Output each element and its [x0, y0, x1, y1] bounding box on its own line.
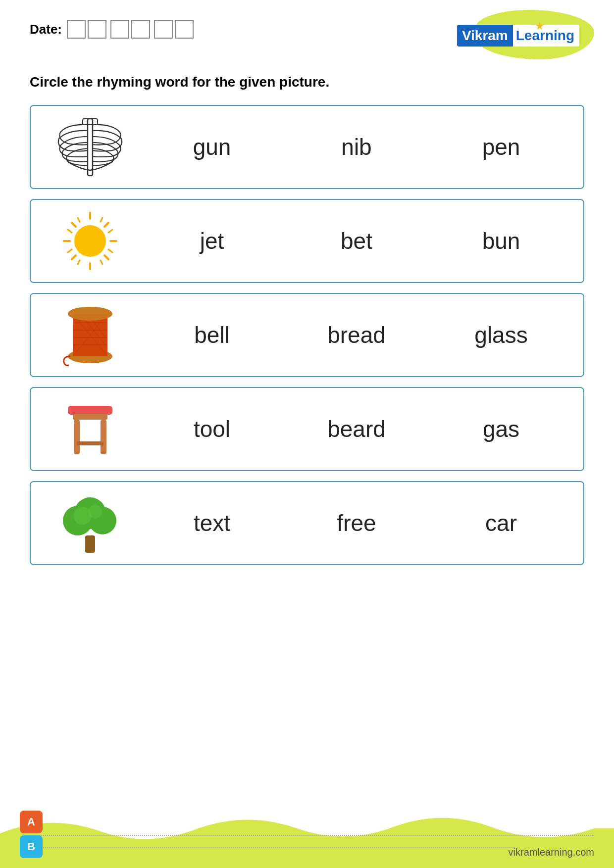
- svg-rect-36: [85, 535, 95, 553]
- footer-logos: A B: [20, 811, 43, 858]
- word-bell: bell: [167, 322, 256, 348]
- words-cell-tree: text free car: [140, 510, 573, 536]
- rhyme-row-ribs: gun nib pen: [30, 105, 584, 189]
- word-pen: pen: [457, 134, 546, 160]
- svg-line-13: [108, 249, 112, 252]
- instruction-text: Circle the rhyming word for the given pi…: [30, 74, 584, 90]
- svg-line-14: [78, 218, 80, 222]
- svg-point-41: [88, 505, 102, 519]
- words-cell-sun: jet bet bun: [140, 228, 573, 254]
- logo: VikramLearning: [457, 25, 579, 47]
- date-label: Date:: [30, 22, 62, 37]
- logo-container: ★ VikramLearning: [475, 20, 584, 59]
- word-beard: beard: [312, 416, 401, 442]
- svg-line-10: [68, 230, 72, 233]
- words-cell-spool: bell bread glass: [140, 322, 573, 348]
- word-nib: nib: [312, 134, 401, 160]
- header: Date: ★ VikramLearning: [30, 20, 584, 59]
- ribs-image: [51, 115, 130, 179]
- date-section: Date:: [30, 20, 194, 39]
- word-bet: bet: [312, 228, 401, 254]
- date-box-6[interactable]: [175, 20, 194, 39]
- word-bun: bun: [457, 228, 546, 254]
- image-cell-tree: [41, 491, 140, 555]
- footer-url: vikramlearning.com: [509, 847, 594, 858]
- image-cell-ribs: [41, 115, 140, 179]
- word-free: free: [312, 510, 401, 536]
- star-icon: ★: [535, 20, 545, 33]
- svg-line-7: [104, 255, 108, 259]
- svg-point-30: [68, 307, 112, 321]
- svg-rect-33: [74, 420, 80, 454]
- dotted-line-1: [40, 835, 594, 836]
- svg-line-6: [72, 223, 76, 227]
- svg-line-15: [101, 218, 102, 222]
- image-cell-spool: [41, 303, 140, 367]
- logo-vikram: Vikram: [457, 25, 513, 47]
- svg-point-18: [74, 225, 106, 257]
- image-cell-sun: [41, 209, 140, 273]
- svg-rect-32: [73, 414, 107, 420]
- word-bread: bread: [312, 322, 401, 348]
- word-text: text: [167, 510, 256, 536]
- svg-rect-0: [88, 119, 93, 176]
- word-gas: gas: [457, 416, 546, 442]
- page: Date: ★ VikramLearning: [0, 0, 614, 868]
- date-box-5[interactable]: [154, 20, 173, 39]
- svg-line-9: [72, 255, 76, 259]
- svg-rect-34: [101, 420, 106, 454]
- svg-line-8: [104, 223, 108, 227]
- svg-line-16: [78, 260, 80, 264]
- svg-line-17: [101, 260, 102, 264]
- svg-rect-31: [68, 406, 112, 415]
- svg-line-12: [68, 249, 72, 252]
- spool-image: [51, 303, 130, 367]
- abc-block-a: A: [20, 811, 43, 833]
- date-box-1[interactable]: [67, 20, 86, 39]
- word-gun: gun: [167, 134, 256, 160]
- abc-block-b: B: [20, 835, 43, 858]
- stool-image: [51, 397, 130, 461]
- word-tool: tool: [167, 416, 256, 442]
- sun-image: [51, 209, 130, 273]
- word-glass: glass: [457, 322, 546, 348]
- date-box-3[interactable]: [110, 20, 129, 39]
- footer-wave-svg: [0, 804, 614, 868]
- tree-image: [51, 491, 130, 555]
- svg-line-11: [108, 230, 112, 233]
- date-box-group-1: [67, 20, 106, 39]
- rhyme-row-stool: tool beard gas: [30, 387, 584, 471]
- date-boxes: [67, 20, 194, 39]
- logo-learning: Learning: [513, 25, 579, 47]
- rhyme-row-spool: bell bread glass: [30, 293, 584, 377]
- image-cell-stool: [41, 397, 140, 461]
- words-cell-ribs: gun nib pen: [140, 134, 573, 160]
- rhyme-row-tree: text free car: [30, 481, 584, 565]
- svg-rect-35: [77, 441, 103, 445]
- date-box-2[interactable]: [88, 20, 106, 39]
- word-car: car: [457, 510, 546, 536]
- word-jet: jet: [167, 228, 256, 254]
- svg-rect-1: [83, 119, 98, 125]
- date-box-group-2: [110, 20, 150, 39]
- date-box-4[interactable]: [131, 20, 150, 39]
- words-cell-stool: tool beard gas: [140, 416, 573, 442]
- rhyme-row-sun: jet bet bun: [30, 199, 584, 283]
- date-box-group-3: [154, 20, 194, 39]
- dotted-line-2: [40, 847, 515, 848]
- footer: A B vikramlearning.com: [0, 804, 614, 868]
